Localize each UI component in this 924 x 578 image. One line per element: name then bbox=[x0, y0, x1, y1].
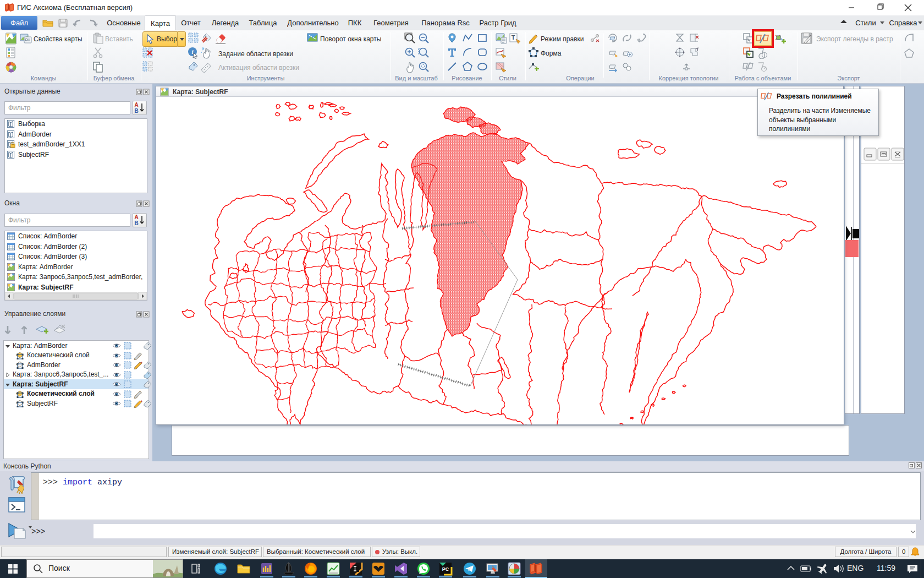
svg-text:A: A bbox=[134, 102, 138, 108]
svg-text:PC: PC bbox=[442, 566, 449, 572]
svg-text:B: B bbox=[134, 108, 138, 114]
svg-text:T: T bbox=[512, 34, 515, 41]
svg-text:A: A bbox=[134, 214, 138, 220]
svg-text:B: B bbox=[134, 220, 138, 226]
